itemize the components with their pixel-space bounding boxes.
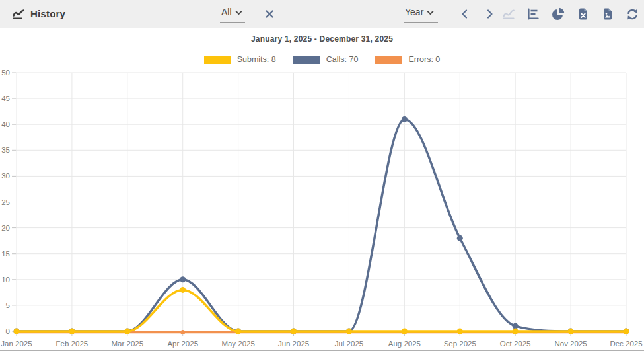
filter-select-value: All bbox=[221, 7, 232, 17]
image-file-icon bbox=[602, 7, 614, 20]
svg-text:45: 45 bbox=[1, 95, 10, 102]
export-excel-button[interactable] bbox=[576, 7, 590, 21]
page-title: History bbox=[30, 8, 65, 19]
svg-text:Mar 2025: Mar 2025 bbox=[112, 340, 144, 348]
bottom-divider bbox=[0, 350, 644, 351]
pie-chart-button[interactable] bbox=[551, 7, 565, 21]
svg-text:May 2025: May 2025 bbox=[221, 340, 255, 348]
svg-text:Jun 2025: Jun 2025 bbox=[278, 340, 309, 348]
legend-item-calls[interactable]: Calls: 70 bbox=[293, 55, 359, 64]
pie-chart-icon bbox=[552, 7, 565, 20]
toolbar: History All Year bbox=[0, 0, 644, 28]
line-chart-button[interactable] bbox=[501, 7, 516, 21]
line-chart[interactable]: 05101520253035404550Jan 2025Feb 2025Mar … bbox=[0, 69, 644, 353]
legend-item-errors[interactable]: Errors: 0 bbox=[375, 55, 440, 64]
legend-swatch-submits bbox=[204, 56, 231, 64]
svg-text:Aug 2025: Aug 2025 bbox=[388, 340, 421, 348]
chevron-down-icon bbox=[235, 7, 242, 19]
svg-text:35: 35 bbox=[1, 146, 10, 154]
legend-swatch-errors bbox=[375, 56, 402, 64]
search-input[interactable] bbox=[280, 8, 399, 20]
svg-text:40: 40 bbox=[1, 120, 10, 128]
clear-search-button[interactable] bbox=[262, 7, 277, 21]
svg-text:15: 15 bbox=[1, 250, 10, 258]
filter-select[interactable]: All bbox=[220, 7, 245, 23]
history-chart-icon bbox=[12, 7, 25, 23]
svg-text:10: 10 bbox=[1, 276, 10, 284]
excel-file-icon bbox=[577, 7, 589, 20]
svg-text:50: 50 bbox=[1, 69, 10, 77]
legend-item-submits[interactable]: Submits: 8 bbox=[204, 55, 276, 64]
svg-text:Dec 2025: Dec 2025 bbox=[610, 340, 642, 348]
svg-text:Apr 2025: Apr 2025 bbox=[167, 340, 198, 348]
svg-text:20: 20 bbox=[1, 224, 10, 232]
svg-text:30: 30 bbox=[1, 172, 10, 180]
bar-chart-icon bbox=[526, 7, 540, 20]
svg-text:Oct 2025: Oct 2025 bbox=[500, 340, 531, 348]
svg-text:Nov 2025: Nov 2025 bbox=[554, 340, 587, 348]
legend-label-submits: Submits: 8 bbox=[237, 55, 276, 64]
refresh-icon bbox=[626, 8, 639, 20]
refresh-button[interactable] bbox=[625, 7, 639, 21]
chevron-right-icon bbox=[483, 8, 495, 20]
line-chart-icon bbox=[502, 7, 515, 20]
svg-text:5: 5 bbox=[6, 301, 10, 309]
legend: Submits: 8 Calls: 70 Errors: 0 bbox=[0, 55, 644, 64]
svg-text:Feb 2025: Feb 2025 bbox=[56, 340, 89, 348]
svg-text:Jul 2025: Jul 2025 bbox=[335, 340, 363, 348]
svg-text:25: 25 bbox=[1, 198, 10, 206]
chevron-left-icon bbox=[459, 8, 471, 20]
history-panel: History All Year bbox=[0, 0, 644, 353]
svg-text:Jan 2025: Jan 2025 bbox=[1, 340, 32, 348]
legend-label-calls: Calls: 70 bbox=[326, 55, 359, 64]
chart-title: January 1, 2025 - December 31, 2025 bbox=[0, 34, 644, 44]
range-select-value: Year bbox=[405, 7, 423, 17]
svg-text:Sep 2025: Sep 2025 bbox=[444, 340, 476, 348]
export-image-button[interactable] bbox=[600, 7, 615, 21]
range-select[interactable]: Year bbox=[404, 7, 438, 23]
legend-swatch-calls bbox=[293, 56, 320, 64]
svg-text:0: 0 bbox=[6, 327, 10, 335]
prev-button[interactable] bbox=[458, 7, 472, 21]
bar-chart-button[interactable] bbox=[526, 7, 540, 21]
legend-label-errors: Errors: 0 bbox=[408, 55, 440, 64]
clear-x-icon bbox=[265, 9, 274, 19]
next-button[interactable] bbox=[482, 7, 497, 21]
chevron-down-icon bbox=[427, 7, 434, 19]
